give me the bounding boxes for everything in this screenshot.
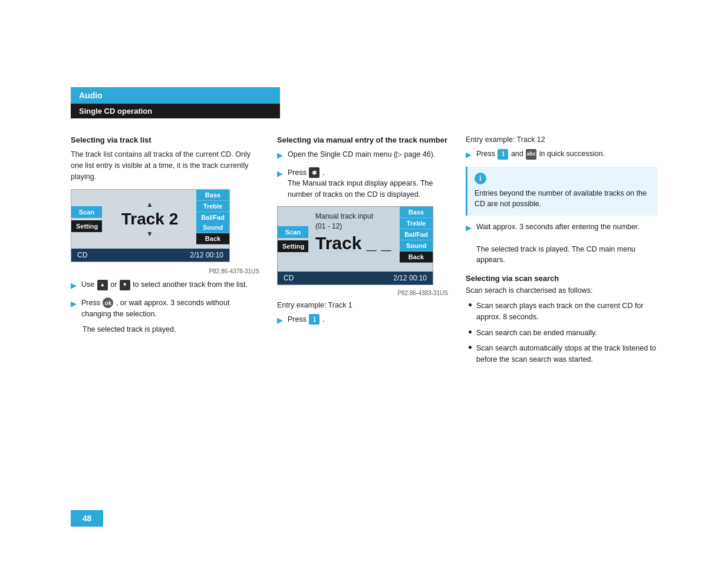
star-btn: ✱ (309, 167, 319, 178)
entry-example-1: Entry example: Track 1 (277, 301, 448, 309)
left-section-title: Selecting via track list (71, 135, 259, 144)
cd-btn-scan-2[interactable]: Scan (278, 226, 308, 238)
info-icon: i (475, 173, 486, 184)
header-audio-label: Audio (71, 87, 280, 104)
left-section-body: The track list contains all tracks of th… (71, 149, 259, 182)
cd-btn-treble-1[interactable]: Treble (196, 201, 229, 212)
scan-dot-list: Scan search plays each track on the curr… (469, 300, 657, 365)
info-text: Entries beyond the number of available t… (475, 188, 650, 210)
cd-bottom-time-2: 2/12 00:10 (393, 274, 427, 282)
bullet-text-1: Use ▲ or ▼ to select another track from … (81, 279, 259, 292)
cd-right-buttons-1: Bass Treble Bal/Fad (196, 190, 229, 223)
right-press-text: Press 1 and abc in quick succession. (476, 148, 657, 161)
main-content: Selecting via track list The track list … (71, 135, 657, 370)
page-number: 48 (71, 510, 103, 527)
num1-btn-2: 1 (498, 149, 508, 160)
cd-right-buttons-2: Bass Treble Bal/Fad Sound Back (400, 207, 433, 263)
cd-bottom-time-1: 2/12 00:10 (190, 251, 223, 259)
scan-dot-3: Scan search automatically stops at the t… (469, 343, 657, 365)
cd-btn-balfad-2[interactable]: Bal/Fad (400, 229, 433, 240)
cd-screen-1: Bass Treble Bal/Fad Scan Setting ▲ Track… (71, 189, 230, 262)
cd-bottom-cd-1: CD (77, 251, 87, 259)
cd-btn-sound-2[interactable]: Sound (400, 240, 433, 252)
bullet-arrow-1: ▶ (71, 280, 77, 292)
dot-bullet-3 (469, 346, 472, 349)
num1-btn: 1 (309, 314, 319, 325)
cd-track-large-2: Track _ _ (315, 231, 397, 253)
middle-arrow-2: ▶ (277, 168, 283, 200)
left-bullet-2: ▶ Press ok , or wait approx. 3 seconds w… (71, 297, 259, 320)
scan-item-1: Scan search plays each track on the curr… (476, 300, 657, 323)
middle-column: Selecting via manual entry of the track … (277, 135, 448, 370)
down-arrow-btn: ▼ (120, 280, 130, 290)
header-banner: Audio Single CD operation (71, 87, 280, 118)
middle-press-bullet: ▶ Press 1 . (277, 314, 448, 326)
header-subtitle: Single CD operation (71, 104, 280, 118)
cd-bottom-bar-2: CD 2/12 00:10 (278, 272, 433, 285)
cd-arrow-down-1: ▼ (146, 230, 153, 238)
cd-track-name-1: Track 2 (121, 210, 179, 229)
cd-info-line-1: Manual track input (01 - 12) (315, 211, 397, 232)
scan-item-2: Scan search can be ended manually. (476, 328, 597, 339)
cd-bottom-bar-1: CD 2/12 00:10 (71, 249, 229, 262)
cd-ref-1: P82.86-4378-31US (71, 268, 259, 275)
entry-example-2: Entry example: Track 12 (466, 135, 657, 144)
left-bullet-1: ▶ Use ▲ or ▼ to select another track fro… (71, 279, 259, 292)
cd-btn-bass-1[interactable]: Bass (196, 190, 229, 201)
middle-text-1: Open the Single CD main menu (▷ page 46)… (288, 149, 448, 161)
right-wait-bullet: ▶ Wait approx. 3 seconds after entering … (466, 222, 657, 266)
cd-bottom-cd-2: CD (284, 274, 294, 282)
cd-btn-setting-1[interactable]: Setting (71, 220, 102, 232)
scan-dot-2: Scan search can be ended manually. (469, 328, 657, 339)
scan-dot-1: Scan search plays each track on the curr… (469, 300, 657, 323)
abc-btn: abc (526, 149, 536, 160)
middle-text-2: Press ✱ . The Manual track input display… (288, 167, 448, 200)
bullet-arrow-2: ▶ (71, 298, 77, 320)
cd-btn-scan-1[interactable]: Scan (71, 206, 102, 218)
cd-btn-bass-2[interactable]: Bass (400, 207, 433, 218)
cd-btn-sound-1[interactable]: Sound (196, 222, 229, 233)
middle-press-text: Press 1 . (288, 314, 448, 326)
info-box: i Entries beyond the number of available… (466, 167, 657, 216)
bullet2-result: The selected track is played. (83, 325, 259, 333)
right-press-bullet: ▶ Press 1 and abc in quick succession. (466, 148, 657, 161)
middle-section-title: Selecting via manual entry of the track … (277, 135, 448, 144)
scan-search-title: Selecting via scan search (466, 274, 657, 283)
right-wait-text: Wait approx. 3 seconds after entering th… (476, 222, 657, 266)
cd-arrow-up-1: ▲ (146, 200, 153, 209)
cd-ref-2: P82.86-4383-31US (277, 290, 448, 296)
cd-btn-back-2[interactable]: Back (400, 252, 433, 263)
cd-btn-treble-2[interactable]: Treble (400, 218, 433, 229)
middle-bullet-2: ▶ Press ✱ . The Manual track input displ… (277, 167, 448, 200)
dot-bullet-1 (469, 303, 472, 306)
scan-item-3: Scan search automatically stops at the t… (476, 343, 657, 365)
right-arrow-wait: ▶ (466, 222, 472, 266)
cd-btn-back-1[interactable]: Back (196, 233, 229, 244)
middle-bullet-1: ▶ Open the Single CD main menu (▷ page 4… (277, 149, 448, 161)
ok-btn: ok (103, 297, 113, 308)
right-arrow-press: ▶ (466, 149, 472, 161)
middle-arrow-press: ▶ (277, 315, 283, 326)
bullet-text-2: Press ok , or wait approx. 3 seconds wit… (81, 297, 259, 320)
scan-intro: Scan serach is charcterised as follows: (466, 286, 657, 295)
left-column: Selecting via track list The track list … (71, 135, 259, 370)
cd-screen-2: Bass Treble Bal/Fad Sound Back Scan Sett… (277, 206, 433, 285)
right-column: Entry example: Track 12 ▶ Press 1 and ab… (466, 135, 657, 370)
up-arrow-btn: ▲ (97, 280, 108, 290)
cd-btn-setting-2[interactable]: Setting (278, 240, 308, 252)
dot-bullet-2 (469, 330, 472, 333)
middle-arrow-1: ▶ (277, 150, 283, 161)
